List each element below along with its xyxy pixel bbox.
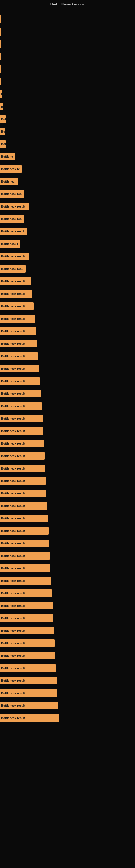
bar-45: Bottleneck result <box>0 577 51 585</box>
bar-label-33: Bottleneck result <box>1 429 25 433</box>
bar-row: Bottleneck result <box>0 675 135 686</box>
bar-16: Bottleneck res <box>0 215 24 223</box>
bar-21: Bottleneck result <box>0 278 31 285</box>
bar-label-23: Bottleneck result <box>1 305 25 308</box>
bar-label-16: Bottleneck res <box>1 217 21 220</box>
bar-27: Bottleneck result <box>0 352 38 360</box>
bar-label-40: Bottleneck result <box>1 517 25 520</box>
bar-row <box>0 63 135 75</box>
bar-row: Bot <box>0 113 135 125</box>
bar-row: Bottleneck result <box>0 562 135 574</box>
bar-19: Bottleneck result <box>0 252 29 260</box>
bar-label-43: Bottleneck result <box>1 554 25 557</box>
bar-row: B <box>0 88 135 100</box>
bar-label-22: Bottleneck result <box>1 292 25 296</box>
bar-row: Bottleneck result <box>0 687 135 699</box>
bar-row: Bottleneck result <box>0 600 135 612</box>
bar-row: Bo <box>0 126 135 137</box>
bar-label-55: Bottleneck result <box>1 704 25 707</box>
bar-row: Bottleneck result <box>0 300 135 312</box>
bar-row: Bottleneck resul <box>0 225 135 237</box>
bar-label-10: Bot <box>1 143 6 146</box>
bar-label-19: Bottleneck result <box>1 255 25 258</box>
bar-label-8: Bot <box>1 118 6 121</box>
bar-8: Bot <box>0 115 6 123</box>
site-title: TheBottlenecker.com <box>0 0 135 7</box>
bar-row <box>0 76 135 88</box>
bar-label-50: Bottleneck result <box>1 642 25 645</box>
bar-label-44: Bottleneck result <box>1 567 25 570</box>
bar-label-52: Bottleneck result <box>1 666 25 670</box>
bar-52: Bottleneck result <box>0 664 56 672</box>
bar-label-28: Bottleneck result <box>1 367 25 370</box>
bar-47: Bottleneck result <box>0 602 53 610</box>
bar-22: Bottleneck result <box>0 290 32 298</box>
bar-label-41: Bottleneck result <box>1 529 25 532</box>
bar-1 <box>0 28 1 35</box>
bar-label-49: Bottleneck result <box>1 629 25 632</box>
bar-56: Bottleneck result <box>0 714 59 722</box>
bar-14: Bottleneck res <box>0 190 24 198</box>
bar-row: Bottleneck result <box>0 275 135 287</box>
bar-row: Bot <box>0 138 135 150</box>
bar-49: Bottleneck result <box>0 627 54 634</box>
bar-38: Bottleneck result <box>0 490 46 497</box>
bars-section: BBBotBoBotBottleneBottleneck reBottlenec… <box>0 7 135 724</box>
bar-label-27: Bottleneck result <box>1 354 25 358</box>
bar-row: Bottleneck re <box>0 163 135 175</box>
bar-23: Bottleneck result <box>0 303 34 310</box>
bar-label-14: Bottleneck res <box>1 192 21 195</box>
bar-41: Bottleneck result <box>0 527 49 535</box>
bar-row: Bottleneck result <box>0 712 135 724</box>
bar-46: Bottleneck result <box>0 589 52 597</box>
bar-label-18: Bottleneck r <box>1 242 18 246</box>
bar-row: Bottleneck res <box>0 213 135 225</box>
bar-39: Bottleneck result <box>0 502 47 510</box>
bar-row: Bottleneck result <box>0 513 135 524</box>
bar-17: Bottleneck resul <box>0 227 27 235</box>
bar-row: Bottleneck result <box>0 313 135 325</box>
bar-row: Bottleneck resu <box>0 263 135 275</box>
bar-row: Bottleneck result <box>0 637 135 649</box>
bar-0 <box>0 16 1 23</box>
bar-51: Bottleneck result <box>0 652 55 659</box>
bar-label-13: Bottlenec <box>1 180 14 183</box>
bar-row: Bottleneck result <box>0 537 135 549</box>
bar-row <box>0 38 135 50</box>
bar-row: Bottleneck result <box>0 500 135 512</box>
bar-29: Bottleneck result <box>0 377 40 385</box>
bar-55: Bottleneck result <box>0 702 58 709</box>
bar-36: Bottleneck result <box>0 465 45 472</box>
bar-row: Bottleneck result <box>0 350 135 362</box>
bar-row: Bottlenec <box>0 176 135 187</box>
bar-label-7: B <box>1 105 3 108</box>
bar-label-46: Bottleneck result <box>1 592 25 595</box>
bar-33: Bottleneck result <box>0 427 43 435</box>
bar-label-29: Bottleneck result <box>1 379 25 383</box>
bar-row: Bottleneck result <box>0 288 135 300</box>
bar-label-30: Bottleneck result <box>1 392 25 395</box>
bar-48: Bottleneck result <box>0 614 53 622</box>
bar-2 <box>0 40 1 48</box>
bar-label-6: B <box>1 93 2 96</box>
bar-34: Bottleneck result <box>0 440 44 447</box>
bar-label-11: Bottlene <box>1 155 13 158</box>
bar-label-17: Bottleneck resul <box>1 230 24 233</box>
bar-13: Bottlenec <box>0 178 17 185</box>
bar-row: Bottleneck result <box>0 437 135 450</box>
bar-6: B <box>0 90 2 98</box>
bar-label-32: Bottleneck result <box>1 417 25 420</box>
bar-25: Bottleneck result <box>0 328 37 335</box>
bar-9: Bo <box>0 128 5 135</box>
bar-label-39: Bottleneck result <box>1 504 25 507</box>
bar-label-38: Bottleneck result <box>1 492 25 495</box>
bar-row: Bottleneck result <box>0 550 135 562</box>
bar-44: Bottleneck result <box>0 564 50 572</box>
bar-row: Bottleneck result <box>0 612 135 624</box>
bar-row: Bottleneck result <box>0 525 135 537</box>
bar-3 <box>0 53 1 61</box>
bar-label-26: Bottleneck result <box>1 342 25 345</box>
bar-26: Bottleneck result <box>0 340 37 347</box>
bar-35: Bottleneck result <box>0 452 45 460</box>
bar-row: Bottleneck result <box>0 400 135 412</box>
